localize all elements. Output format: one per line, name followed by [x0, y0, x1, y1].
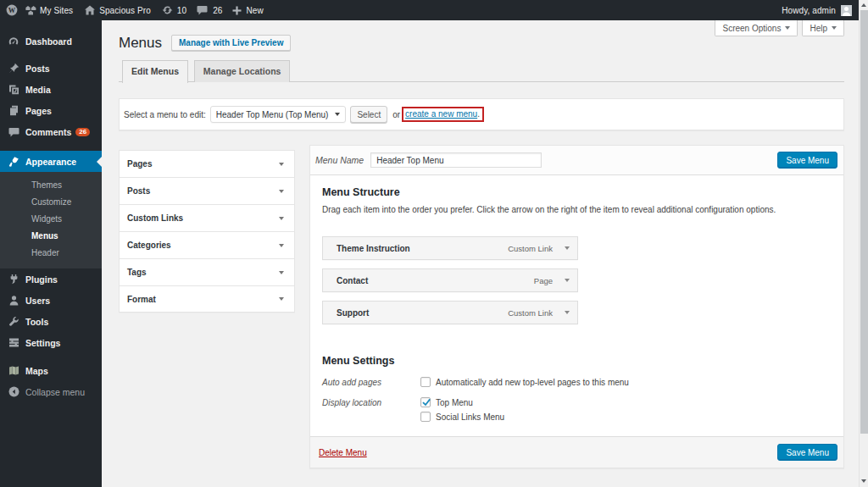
menu-item-support[interactable]: Support Custom Link — [322, 301, 578, 324]
sidebar-label: Tools — [25, 317, 48, 327]
sidebar-item-maps[interactable]: Maps — [0, 360, 102, 381]
submenu-item-menus[interactable]: Menus — [0, 228, 102, 245]
annotation-highlight-box: create a new menu. — [402, 107, 484, 122]
sidebar-item-appearance[interactable]: Appearance — [0, 151, 102, 172]
sidebar-item-pages[interactable]: Pages — [0, 100, 102, 121]
menu-item-type: Custom Link — [508, 244, 553, 253]
chevron-down-icon — [279, 163, 284, 166]
sidebar-label: Maps — [25, 366, 48, 376]
tab-edit-menus[interactable]: Edit Menus — [122, 60, 188, 83]
network-icon — [25, 5, 36, 15]
site-name-label: Spacious Pro — [99, 6, 151, 15]
sidebar-item-users[interactable]: Users — [0, 290, 102, 311]
my-sites-menu[interactable]: My Sites — [25, 0, 73, 20]
save-menu-button-bottom[interactable]: Save Menu — [777, 444, 837, 461]
wordpress-logo-icon: W — [6, 4, 18, 16]
updates-menu[interactable]: 10 — [162, 0, 186, 20]
site-name-menu[interactable]: Spacious Pro — [85, 0, 151, 20]
delete-menu-link[interactable]: Delete Menu — [319, 448, 367, 457]
chevron-down-icon — [832, 26, 837, 30]
pin-icon — [8, 63, 19, 75]
menu-editor-footer: Delete Menu Save Menu — [310, 436, 843, 468]
new-content-menu[interactable]: New — [232, 0, 263, 20]
accordion-section-pages[interactable]: Pages — [119, 150, 295, 177]
submenu-item-customize[interactable]: Customize — [0, 194, 102, 211]
chevron-down-icon[interactable] — [565, 279, 570, 282]
menu-items-accordion: Pages Posts Custom Links Categories Tags… — [119, 150, 295, 468]
menu-item-contact[interactable]: Contact Page — [322, 268, 578, 292]
scroll-down-arrow-icon[interactable] — [861, 479, 866, 483]
or-text: or — [392, 110, 400, 119]
accordion-title: Posts — [127, 186, 279, 196]
brush-icon — [8, 156, 19, 168]
accordion-section-custom-links[interactable]: Custom Links — [119, 204, 295, 231]
howdy-text: Howdy, admin — [782, 6, 836, 15]
menu-settings-heading: Menu Settings — [322, 355, 832, 367]
screen-options-button[interactable]: Screen Options — [715, 20, 798, 36]
top-menu-checkbox[interactable] — [420, 397, 431, 407]
save-menu-button-top[interactable]: Save Menu — [777, 152, 837, 169]
plus-icon — [232, 6, 242, 15]
comments-count: 26 — [213, 6, 222, 15]
sidebar-item-media[interactable]: Media — [0, 79, 102, 100]
admin-bar: W My Sites Spacious Pro 10 26 Ne — [0, 0, 859, 20]
accordion-title: Custom Links — [127, 213, 279, 223]
sidebar-item-plugins[interactable]: Plugins — [0, 268, 102, 290]
sidebar-label: Plugins — [25, 274, 58, 285]
sidebar-label: Media — [25, 85, 51, 95]
accordion-title: Pages — [127, 159, 279, 169]
submenu-item-widgets[interactable]: Widgets — [0, 211, 102, 228]
scrollbar-thumb[interactable] — [860, 10, 868, 434]
select-button[interactable]: Select — [350, 106, 387, 123]
auto-add-pages-checkbox[interactable] — [420, 377, 431, 387]
sidebar-label: Users — [25, 296, 50, 306]
accordion-section-tags[interactable]: Tags — [119, 258, 295, 285]
accordion-title: Format — [127, 295, 279, 304]
sidebar-label: Posts — [25, 64, 50, 74]
accordion-title: Tags — [127, 268, 279, 277]
collapse-menu-button[interactable]: Collapse menu — [0, 381, 102, 402]
menu-item-label: Support — [337, 308, 508, 318]
menu-item-type: Custom Link — [508, 308, 553, 318]
accordion-section-categories[interactable]: Categories — [119, 231, 295, 258]
accordion-section-posts[interactable]: Posts — [119, 177, 295, 204]
admin-sidebar: Dashboard Posts Media Pages Comments 26 … — [0, 20, 102, 487]
live-preview-button[interactable]: Manage with Live Preview — [171, 35, 291, 51]
chevron-down-icon — [785, 26, 790, 30]
select-menu-label: Select a menu to edit: — [124, 110, 206, 119]
chevron-down-icon[interactable] — [565, 246, 570, 250]
menu-select-dropdown[interactable]: Header Top Menu (Top Menu) — [210, 106, 347, 123]
social-links-menu-checkbox[interactable] — [420, 412, 431, 422]
submenu-item-themes[interactable]: Themes — [0, 177, 102, 194]
sidebar-label: Dashboard — [25, 36, 72, 47]
sidebar-label: Appearance — [25, 157, 76, 167]
window-scrollbar[interactable] — [859, 0, 868, 487]
accordion-title: Categories — [127, 241, 279, 250]
sidebar-item-settings[interactable]: Settings — [0, 332, 102, 353]
submenu-item-header[interactable]: Header — [0, 245, 102, 262]
sidebar-item-tools[interactable]: Tools — [0, 311, 102, 332]
wordpress-logo-menu[interactable]: W — [6, 0, 18, 20]
menu-item-label: Theme Instruction — [337, 244, 508, 253]
comments-menu[interactable]: 26 — [197, 0, 222, 20]
top-menu-option-label: Top Menu — [436, 398, 473, 407]
my-account-menu[interactable]: Howdy, admin — [782, 0, 859, 20]
tab-manage-locations[interactable]: Manage Locations — [194, 60, 291, 82]
sidebar-item-posts[interactable]: Posts — [0, 58, 102, 79]
help-button[interactable]: Help — [802, 20, 844, 36]
scroll-up-arrow-icon[interactable] — [861, 3, 866, 7]
sidebar-item-dashboard[interactable]: Dashboard — [0, 30, 102, 52]
chevron-down-icon — [279, 271, 284, 274]
menu-item-theme-instruction[interactable]: Theme Instruction Custom Link — [322, 236, 578, 260]
help-label: Help — [810, 24, 827, 33]
current-menu-arrow — [92, 157, 102, 167]
menu-name-input[interactable] — [370, 152, 542, 168]
menu-item-label: Contact — [337, 276, 534, 285]
create-new-menu-link[interactable]: create a new menu — [405, 109, 477, 119]
accordion-section-format[interactable]: Format — [119, 285, 295, 313]
chevron-down-icon[interactable] — [565, 311, 570, 314]
sidebar-label: Settings — [25, 338, 60, 348]
sidebar-item-comments[interactable]: Comments 26 — [0, 121, 102, 142]
appearance-submenu: Themes Customize Widgets Menus Header — [0, 172, 102, 268]
display-location-label: Display location — [322, 397, 420, 426]
